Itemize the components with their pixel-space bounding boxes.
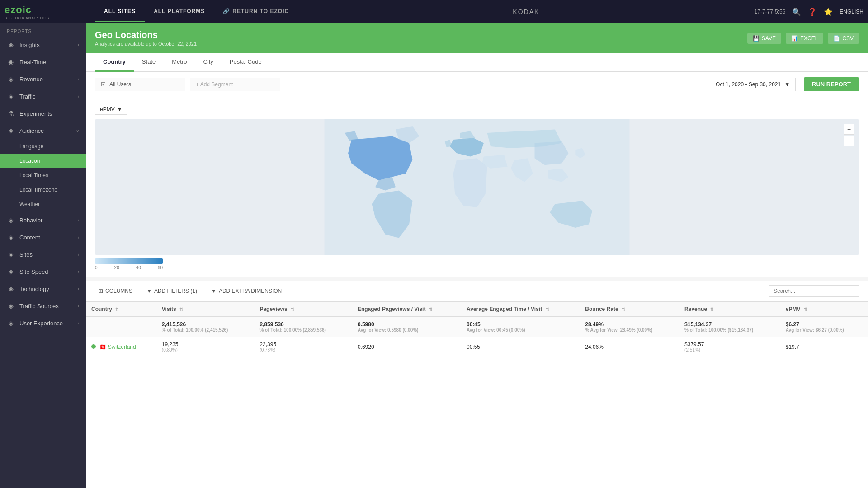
data-table: Country ⇅ Visits ⇅ Pageviews ⇅ Engaged — [86, 302, 868, 357]
columns-button[interactable]: ⊞ COLUMNS — [95, 286, 136, 296]
run-report-button[interactable]: RUN REPORT — [804, 77, 859, 91]
star-icon[interactable]: ⭐ — [824, 8, 833, 16]
sidebar-item-realtime[interactable]: ◉ Real-Time — [0, 53, 86, 70]
experiments-icon: ⚗ — [7, 110, 15, 117]
chevron-right-icon: › — [78, 269, 79, 274]
sidebar-item-audience[interactable]: ◈ Audience ∨ — [0, 122, 86, 139]
col-header-avg-time[interactable]: Average Engaged Time / Visit ⇅ — [461, 302, 580, 317]
zoom-in-button[interactable]: + — [844, 124, 854, 135]
chevron-right-icon: › — [78, 42, 79, 47]
row-pageviews-pct: (0.78%) — [259, 347, 347, 352]
nav-tab-all-sites[interactable]: ALL SITES — [95, 2, 145, 22]
sidebar-label-revenue: Revenue — [19, 76, 43, 83]
legend-max: 60 — [158, 265, 163, 270]
sidebar-item-experiments[interactable]: ⚗ Experiments — [0, 105, 86, 122]
traffic-sources-icon: ◈ — [7, 302, 15, 310]
sidebar-label-user-experience: User Experience — [19, 320, 63, 327]
sidebar-item-sites[interactable]: ◈ Sites › — [0, 246, 86, 263]
sidebar-item-location[interactable]: Location — [0, 154, 86, 168]
sidebar-item-local-times[interactable]: Local Times — [0, 168, 86, 183]
table-header-row: Country ⇅ Visits ⇅ Pageviews ⇅ Engaged — [86, 302, 868, 317]
excel-button[interactable]: 📊 EXCEL — [786, 33, 823, 44]
totals-avg-time-cell: 00:45 Avg for View: 00:45 (0.00%) — [461, 317, 580, 337]
nav-tabs: ALL SITES ALL PLATFORMS 🔗 Return to Ezoi… — [95, 2, 298, 22]
language-selector[interactable]: ENGLISH — [840, 9, 863, 15]
sidebar-item-site-speed[interactable]: ◈ Site Speed › — [0, 263, 86, 280]
sidebar-item-content[interactable]: ◈ Content › — [0, 229, 86, 246]
chevron-right-icon: › — [78, 304, 79, 309]
help-icon[interactable]: ❓ — [808, 8, 817, 16]
sites-icon: ◈ — [7, 251, 15, 258]
tab-state[interactable]: State — [134, 53, 164, 72]
table-search-input[interactable] — [769, 285, 859, 297]
sort-icon: ⇅ — [291, 307, 294, 312]
columns-icon: ⊞ — [99, 288, 103, 294]
metric-selector[interactable]: ePMV ▼ — [95, 104, 127, 115]
tab-city[interactable]: City — [195, 53, 221, 72]
site-name: KODAK — [298, 8, 754, 15]
add-dimension-button[interactable]: ▼ ADD EXTRA DIMENSION — [208, 286, 285, 296]
table-row: 🇨🇭 Switzerland 19,235 (0.80%) 22,395 (0.… — [86, 337, 868, 357]
sort-icon: ⇅ — [179, 307, 183, 312]
map-svg — [95, 119, 859, 255]
legend-min: 0 — [95, 265, 98, 270]
search-icon[interactable]: 🔍 — [792, 8, 801, 16]
totals-country-cell — [86, 317, 156, 337]
excel-icon: 📊 — [791, 35, 798, 42]
sidebar-item-user-experience[interactable]: ◈ User Experience › — [0, 314, 86, 332]
segment-label: All Users — [109, 81, 131, 88]
csv-button[interactable]: 📄 CSV — [828, 33, 859, 44]
col-header-pageviews[interactable]: Pageviews ⇅ — [254, 302, 352, 317]
sidebar-item-technology[interactable]: ◈ Technology › — [0, 280, 86, 297]
dropdown-arrow-icon: ▼ — [117, 106, 123, 113]
sidebar-item-traffic-sources[interactable]: ◈ Traffic Sources › — [0, 297, 86, 314]
totals-avg-time-sub: Avg for View: 00:45 (0.00%) — [467, 328, 574, 333]
sidebar-item-language[interactable]: Language — [0, 139, 86, 154]
col-header-epmv[interactable]: ePMV ⇅ — [780, 302, 868, 317]
sidebar-item-insights[interactable]: ◈ Insights › — [0, 36, 86, 53]
table-search — [769, 285, 859, 297]
sort-icon: ⇅ — [622, 307, 625, 312]
sidebar-item-local-timezone[interactable]: Local Timezone — [0, 183, 86, 197]
filter-icon: ▼ — [146, 288, 152, 294]
revenue-icon: ◈ — [7, 75, 15, 83]
country-status-dot — [91, 344, 96, 349]
save-button[interactable]: 💾 SAVE — [747, 33, 781, 44]
col-header-revenue[interactable]: Revenue ⇅ — [679, 302, 780, 317]
analytics-note: Analytics are available up to October 22… — [95, 41, 197, 47]
csv-icon: 📄 — [833, 35, 840, 42]
sort-icon: ⇅ — [710, 307, 714, 312]
col-header-country[interactable]: Country ⇅ — [86, 302, 156, 317]
legend-gradient — [95, 258, 163, 264]
sidebar-label-sites: Sites — [19, 251, 33, 258]
row-visits: 19,235 (0.80%) — [156, 337, 255, 357]
sidebar-item-behavior[interactable]: ◈ Behavior › — [0, 211, 86, 229]
add-segment-button[interactable]: + Add Segment — [190, 78, 280, 91]
segment-selector[interactable]: ☑ All Users — [95, 78, 185, 91]
col-header-bounce-rate[interactable]: Bounce Rate ⇅ — [580, 302, 679, 317]
return-to-ezoic-link[interactable]: 🔗 Return to Ezoic — [214, 2, 298, 22]
sidebar-item-weather[interactable]: Weather — [0, 197, 86, 211]
date-range-selector[interactable]: Oct 1, 2020 - Sep 30, 2021 ▼ — [710, 78, 796, 91]
country-name[interactable]: Switzerland — [108, 344, 136, 350]
tab-postal-code[interactable]: Postal Code — [222, 53, 270, 72]
col-header-visits[interactable]: Visits ⇅ — [156, 302, 255, 317]
totals-bounce-avg: % Avg for View: 28.49% (0.00%) — [585, 328, 674, 333]
zoom-out-button[interactable]: − — [844, 136, 854, 146]
sidebar-item-traffic[interactable]: ◈ Traffic › — [0, 88, 86, 105]
add-filters-button[interactable]: ▼ ADD FILTERS (1) — [143, 286, 201, 296]
tab-metro[interactable]: Metro — [164, 53, 195, 72]
sidebar-label-traffic: Traffic — [19, 93, 35, 100]
row-epmv: $19.7 — [780, 337, 868, 357]
header-actions: 💾 SAVE 📊 EXCEL 📄 CSV — [747, 33, 859, 44]
map-legend: 0 20 40 60 — [95, 258, 859, 270]
tab-country[interactable]: Country — [95, 53, 134, 72]
traffic-icon: ◈ — [7, 93, 15, 100]
col-header-engaged-pv[interactable]: Engaged Pageviews / Visit ⇅ — [352, 302, 461, 317]
content-icon: ◈ — [7, 234, 15, 241]
world-map: + − — [95, 119, 859, 255]
nav-tab-all-platforms[interactable]: ALL PLATFORMS — [145, 2, 214, 22]
sidebar-item-revenue[interactable]: ◈ Revenue › — [0, 70, 86, 88]
totals-engaged-avg: Avg for View: 0.5980 (0.00%) — [358, 328, 456, 333]
sidebar-label-site-speed: Site Speed — [19, 268, 48, 275]
